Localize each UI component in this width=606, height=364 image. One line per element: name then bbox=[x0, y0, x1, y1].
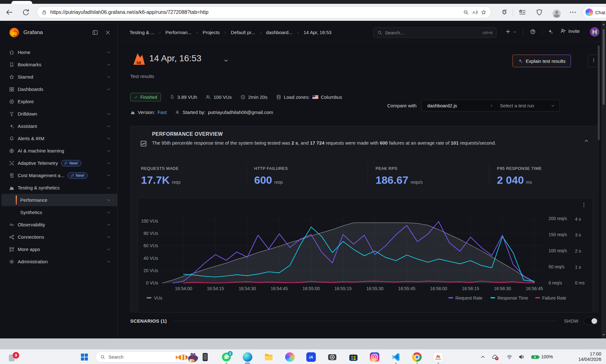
chevron-down-icon[interactable] bbox=[107, 173, 111, 178]
chevron-down-icon[interactable] bbox=[107, 235, 111, 239]
chevron-down-icon[interactable] bbox=[107, 149, 111, 153]
explain-test-results-button[interactable]: Explain test results bbox=[512, 55, 571, 67]
chevron-down-icon[interactable] bbox=[107, 161, 111, 165]
chevron-down-icon[interactable] bbox=[107, 124, 111, 128]
run-title-chevron-icon[interactable] bbox=[223, 58, 229, 63]
wifi-icon[interactable] bbox=[506, 354, 512, 361]
sidebar-item-home[interactable]: Home bbox=[1, 46, 117, 58]
browser-scrollbar[interactable] bbox=[601, 21, 606, 338]
sidebar-item-ai-machine-learning[interactable]: AI & machine learning bbox=[1, 145, 117, 157]
sidebar-item-bookmarks[interactable]: Bookmarks bbox=[1, 58, 117, 71]
notification-badge[interactable]: 9 bbox=[13, 352, 19, 359]
version-value-link[interactable]: Fast bbox=[157, 110, 167, 115]
extensions-icon[interactable] bbox=[501, 9, 509, 16]
chevron-down-icon[interactable] bbox=[107, 136, 111, 141]
chevron-down-icon[interactable] bbox=[107, 50, 111, 55]
back-icon[interactable] bbox=[6, 9, 13, 16]
address-bar[interactable]: https://putriayufadhilah06.grafana.net/a… bbox=[37, 6, 491, 18]
refresh-icon[interactable] bbox=[22, 9, 30, 16]
sidebar-item-explore[interactable]: Explore bbox=[1, 95, 117, 108]
breadcrumb-item[interactable]: Testing & ... bbox=[130, 30, 154, 35]
close-menu-icon[interactable] bbox=[105, 29, 111, 36]
browser-tab[interactable] bbox=[11, 1, 32, 4]
search-box[interactable]: Search... ctrl+k bbox=[373, 27, 497, 38]
invite-button[interactable]: Invite bbox=[560, 28, 580, 34]
sidebar-item-synthetics[interactable]: Synthetics bbox=[1, 206, 117, 218]
copilot-app-icon[interactable] bbox=[285, 352, 295, 362]
favorite-star-icon[interactable] bbox=[481, 9, 487, 15]
phone-link-icon[interactable] bbox=[200, 352, 210, 362]
chevron-down-icon[interactable] bbox=[107, 223, 111, 227]
file-explorer-icon[interactable] bbox=[264, 352, 273, 362]
favorites-bar-icon[interactable] bbox=[518, 9, 526, 16]
scroll-up-icon[interactable] bbox=[601, 22, 606, 27]
volume-icon[interactable] bbox=[518, 354, 524, 361]
show-toggle[interactable] bbox=[584, 317, 598, 325]
sidebar-item-alerts-irm[interactable]: Alerts & IRM bbox=[1, 132, 117, 145]
read-aloud-icon[interactable]: A bbox=[472, 9, 478, 15]
tray-expand-icon[interactable] bbox=[480, 354, 486, 361]
camera-icon[interactable] bbox=[327, 352, 337, 362]
sidebar-item-more-apps[interactable]: More apps bbox=[1, 243, 117, 255]
chevron-down-icon[interactable] bbox=[107, 247, 111, 252]
sidebar-item-cost-management-a[interactable]: Cost Management a...New! bbox=[1, 169, 117, 182]
breadcrumb-item[interactable]: dashboard... bbox=[266, 30, 292, 35]
sidebar-item-testing-synthetics[interactable]: Testing & synthetics bbox=[1, 182, 117, 194]
chevron-up-icon[interactable] bbox=[107, 186, 111, 190]
overview-chart[interactable]: 16:54:0016:54:1516:54:3016:54:4516:55:00… bbox=[138, 198, 593, 312]
sidebar-item-connections[interactable]: Connections bbox=[1, 231, 117, 243]
user-avatar[interactable] bbox=[590, 27, 599, 37]
chevron-down-icon[interactable] bbox=[107, 260, 111, 264]
sidebar-item-adaptive-telemetry[interactable]: Adaptive TelemetryNew! bbox=[1, 157, 117, 169]
chevron-down-icon[interactable] bbox=[107, 87, 111, 92]
url-text[interactable]: https://putriayufadhilah06.grafana.net/a… bbox=[50, 9, 460, 15]
scrollbar-thumb[interactable] bbox=[603, 29, 605, 105]
ai-sparkle-icon[interactable] bbox=[548, 29, 553, 34]
browser-profile-avatar[interactable] bbox=[553, 9, 561, 18]
add-chevron-icon[interactable] bbox=[513, 30, 517, 34]
compare-select-run[interactable]: Select a test run bbox=[494, 103, 560, 108]
help-icon[interactable] bbox=[530, 29, 536, 35]
breadcrumb-item[interactable]: Performan... bbox=[165, 30, 192, 35]
tray-clock[interactable]: 17:00 14/04/2026 bbox=[560, 351, 601, 362]
chevron-down-icon[interactable] bbox=[107, 63, 111, 67]
sidebar-item-assistant[interactable]: Assistant bbox=[1, 120, 117, 132]
sidebar-item-dashboards[interactable]: Dashboards bbox=[1, 83, 117, 95]
sidebar-item-starred[interactable]: Starred bbox=[1, 71, 117, 83]
zoom-out-icon[interactable] bbox=[463, 9, 469, 15]
grafana-scrollbar-thumb[interactable] bbox=[598, 45, 600, 140]
chart-menu-icon[interactable] bbox=[581, 202, 587, 208]
browser-essentials-icon[interactable] bbox=[536, 9, 543, 16]
store-icon[interactable] bbox=[349, 352, 358, 362]
taskbar-search[interactable]: Search bbox=[95, 351, 199, 362]
edge-icon[interactable] bbox=[243, 352, 252, 362]
dock-menu-icon[interactable] bbox=[92, 29, 98, 36]
start-button-icon[interactable] bbox=[81, 354, 88, 361]
sidebar-item-drilldown[interactable]: Drilldown bbox=[1, 108, 117, 120]
vscode-icon[interactable] bbox=[391, 352, 401, 362]
scroll-down-icon[interactable] bbox=[601, 332, 606, 337]
instagram-icon[interactable] bbox=[370, 352, 379, 362]
whatsapp-icon[interactable]: 2 bbox=[222, 352, 231, 362]
breadcrumb-item[interactable]: Default pr... bbox=[231, 30, 255, 35]
chrome-icon[interactable] bbox=[412, 352, 422, 362]
chevron-down-icon[interactable] bbox=[107, 198, 111, 202]
vuh-metric: 3.89 VUh bbox=[169, 94, 197, 100]
slash-a-app-icon[interactable]: /A bbox=[306, 352, 316, 362]
battery-icon[interactable] bbox=[531, 355, 540, 361]
chevron-down-icon[interactable] bbox=[107, 75, 111, 79]
sidebar-item-performance[interactable]: Performance bbox=[1, 194, 117, 206]
add-icon[interactable] bbox=[505, 29, 511, 34]
browser-menu-icon[interactable] bbox=[569, 9, 577, 16]
chevron-down-icon[interactable] bbox=[107, 210, 111, 215]
chevron-down-icon[interactable] bbox=[107, 112, 111, 116]
compare-current-script[interactable]: dashboard2.js bbox=[422, 103, 489, 108]
grafana-logo-icon[interactable] bbox=[9, 28, 19, 37]
sidebar-item-administration[interactable]: Administration bbox=[1, 255, 117, 268]
sync-error-icon[interactable]: × bbox=[492, 354, 498, 361]
breadcrumb-item[interactable]: Projects bbox=[203, 30, 220, 35]
copilot-chat-button[interactable]: Chat bbox=[583, 6, 606, 18]
k6-studio-icon[interactable]: Studio bbox=[433, 352, 443, 362]
sidebar-item-observability[interactable]: Observability bbox=[1, 218, 117, 231]
collapse-chevron-icon[interactable] bbox=[584, 138, 589, 143]
